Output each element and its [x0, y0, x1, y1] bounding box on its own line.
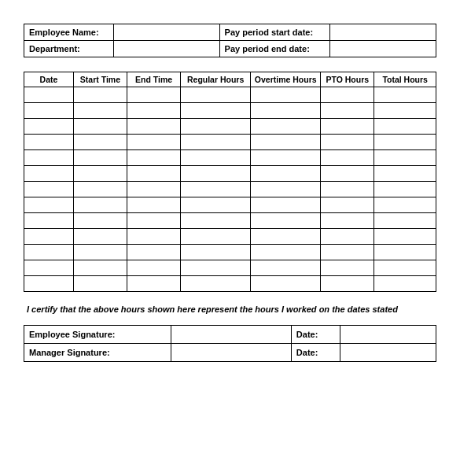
table-cell[interactable] [321, 245, 374, 260]
table-cell[interactable] [321, 103, 374, 119]
table-cell[interactable] [24, 135, 74, 150]
table-cell[interactable] [127, 150, 180, 166]
table-cell[interactable] [374, 119, 436, 135]
table-cell[interactable] [73, 197, 127, 213]
table-cell[interactable] [24, 103, 74, 119]
table-cell[interactable] [73, 103, 127, 119]
table-cell[interactable] [321, 166, 374, 182]
table-cell[interactable] [24, 166, 74, 182]
table-cell[interactable] [181, 276, 251, 292]
table-cell[interactable] [251, 166, 321, 182]
table-cell[interactable] [24, 213, 74, 229]
manager-signature-value[interactable] [171, 344, 292, 362]
table-cell[interactable] [374, 197, 436, 213]
table-cell[interactable] [24, 197, 74, 213]
table-cell[interactable] [374, 166, 436, 182]
table-cell[interactable] [127, 229, 180, 245]
table-cell[interactable] [73, 166, 127, 182]
table-cell[interactable] [321, 150, 374, 166]
table-cell[interactable] [73, 119, 127, 135]
table-cell[interactable] [24, 245, 74, 260]
table-cell[interactable] [181, 119, 251, 135]
table-cell[interactable] [24, 182, 74, 197]
table-cell[interactable] [127, 103, 180, 119]
table-cell[interactable] [24, 87, 74, 103]
table-cell[interactable] [127, 213, 180, 229]
table-cell[interactable] [127, 197, 180, 213]
table-cell[interactable] [321, 197, 374, 213]
employee-date-value[interactable] [340, 326, 436, 344]
table-cell[interactable] [24, 119, 74, 135]
table-cell[interactable] [321, 182, 374, 197]
table-cell[interactable] [321, 135, 374, 150]
table-cell[interactable] [374, 260, 436, 276]
table-cell[interactable] [251, 276, 321, 292]
table-cell[interactable] [321, 119, 374, 135]
employee-name-value[interactable] [114, 24, 220, 41]
table-cell[interactable] [73, 245, 127, 260]
table-cell[interactable] [24, 276, 74, 292]
department-value[interactable] [114, 41, 220, 57]
table-cell[interactable] [127, 87, 180, 103]
table-cell[interactable] [251, 182, 321, 197]
table-cell[interactable] [127, 182, 180, 197]
table-cell[interactable] [251, 260, 321, 276]
table-cell[interactable] [374, 245, 436, 260]
table-cell[interactable] [181, 135, 251, 150]
table-cell[interactable] [127, 260, 180, 276]
employee-signature-value[interactable] [171, 326, 292, 344]
table-cell[interactable] [181, 197, 251, 213]
table-cell[interactable] [181, 260, 251, 276]
table-cell[interactable] [73, 260, 127, 276]
table-cell[interactable] [24, 260, 74, 276]
table-cell[interactable] [374, 229, 436, 245]
table-cell[interactable] [181, 87, 251, 103]
table-cell[interactable] [251, 87, 321, 103]
table-cell[interactable] [24, 229, 74, 245]
table-cell[interactable] [251, 197, 321, 213]
table-cell[interactable] [374, 150, 436, 166]
table-cell[interactable] [73, 213, 127, 229]
table-cell[interactable] [181, 213, 251, 229]
table-cell[interactable] [251, 229, 321, 245]
header-info-table: Employee Name: Pay period start date: De… [24, 24, 436, 57]
table-cell[interactable] [24, 150, 74, 166]
table-cell[interactable] [251, 213, 321, 229]
table-cell[interactable] [374, 182, 436, 197]
table-cell[interactable] [73, 276, 127, 292]
pay-period-end-value[interactable] [330, 41, 436, 57]
table-cell[interactable] [374, 213, 436, 229]
table-cell[interactable] [181, 182, 251, 197]
table-cell[interactable] [181, 150, 251, 166]
table-cell[interactable] [321, 276, 374, 292]
table-cell[interactable] [321, 213, 374, 229]
table-cell[interactable] [321, 87, 374, 103]
table-cell[interactable] [127, 135, 180, 150]
table-cell[interactable] [251, 245, 321, 260]
table-cell[interactable] [181, 245, 251, 260]
table-cell[interactable] [321, 229, 374, 245]
table-cell[interactable] [374, 103, 436, 119]
table-cell[interactable] [73, 229, 127, 245]
table-cell[interactable] [127, 276, 180, 292]
table-cell[interactable] [374, 276, 436, 292]
table-cell[interactable] [127, 166, 180, 182]
pay-period-start-value[interactable] [330, 24, 436, 41]
table-cell[interactable] [73, 135, 127, 150]
table-cell[interactable] [181, 166, 251, 182]
table-cell[interactable] [374, 87, 436, 103]
table-cell[interactable] [251, 135, 321, 150]
table-cell[interactable] [251, 103, 321, 119]
table-cell[interactable] [251, 150, 321, 166]
table-cell[interactable] [251, 119, 321, 135]
table-cell[interactable] [374, 135, 436, 150]
table-cell[interactable] [181, 103, 251, 119]
table-cell[interactable] [127, 245, 180, 260]
table-cell[interactable] [181, 229, 251, 245]
table-cell[interactable] [73, 182, 127, 197]
table-cell[interactable] [73, 87, 127, 103]
table-cell[interactable] [321, 260, 374, 276]
table-cell[interactable] [127, 119, 180, 135]
table-cell[interactable] [73, 150, 127, 166]
manager-date-value[interactable] [340, 344, 436, 362]
